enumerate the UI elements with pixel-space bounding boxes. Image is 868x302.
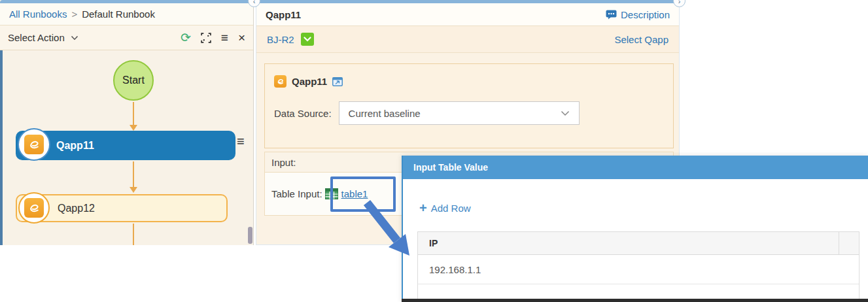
table-cell-ip[interactable]: 192.168.1.1 (429, 264, 481, 275)
annotation-arrow-icon (356, 196, 422, 265)
collapse-right-icon: › (678, 0, 681, 5)
flow-toolbar: Select Action ⟳ ≡ × (0, 25, 253, 50)
qapp12-node-badge (18, 192, 50, 224)
data-source-label: Data Source: (274, 108, 332, 119)
detail-panel-header: Qapp11 Description (256, 3, 679, 26)
chevron-down-icon (304, 37, 311, 42)
table-header-spacer (839, 232, 859, 254)
flow-connector (133, 161, 134, 188)
breadcrumb-current: Default Runbook (82, 8, 155, 20)
table-input-label: Table Input: (271, 188, 322, 199)
chevron-down-icon (71, 35, 78, 41)
close-icon[interactable]: × (238, 31, 245, 44)
qapp-icon (24, 198, 44, 218)
qapp-box-title: Qapp11 (292, 76, 327, 87)
chevron-down-icon (561, 110, 570, 116)
flow-arrowhead-icon (130, 125, 137, 131)
description-bubble-icon (606, 10, 617, 20)
device-status-dropdown[interactable] (301, 33, 314, 46)
refresh-icon[interactable]: ⟳ (181, 31, 191, 44)
description-link[interactable]: Description (606, 9, 670, 20)
runbook-flow-panel: All Runbooks > Default Runbook Select Ac… (0, 0, 254, 245)
flow-connector (133, 102, 134, 126)
dialog-bottom-bar (402, 299, 868, 302)
data-source-row: Data Source: Current baseline (274, 101, 664, 125)
data-source-select[interactable]: Current baseline (339, 101, 580, 125)
qapp-box-title-row: Qapp11 (274, 75, 664, 88)
detail-panel-title: Qapp11 (266, 9, 301, 20)
dialog-title: Input Table Value (413, 162, 488, 173)
flow-connector (133, 224, 134, 245)
open-window-icon[interactable] (332, 77, 343, 86)
device-row: BJ-R2 Select Qapp (256, 26, 679, 53)
node-menu-icon[interactable]: ≡ (237, 135, 245, 148)
canvas-scrollbar-thumb[interactable] (248, 227, 252, 244)
device-name-link[interactable]: BJ-R2 (267, 34, 294, 45)
flow-start-node[interactable]: Start (113, 60, 154, 101)
flow-arrowhead-icon (130, 187, 137, 193)
fit-view-icon[interactable] (201, 33, 211, 43)
table-header-row: IP (418, 232, 859, 255)
table-row[interactable]: 192.168.1.1 (418, 255, 859, 284)
qapp-settings-box: Qapp11 Data Source: Current baseline (264, 63, 674, 148)
flow-canvas: Start Qapp11 ≡ Qapp12 (0, 50, 253, 245)
collapse-left-icon: ‹ (253, 0, 256, 5)
add-row-button[interactable]: + Add Row (419, 201, 471, 214)
flow-toolbar-icons: ⟳ ≡ × (181, 31, 245, 44)
input-table-value-dialog: Input Table Value + Add Row IP 192.168.1… (402, 156, 868, 302)
dialog-header: Input Table Value (403, 156, 868, 179)
add-row-label: Add Row (431, 203, 471, 214)
qapp-icon (24, 135, 44, 154)
menu-icon[interactable]: ≡ (221, 31, 228, 44)
breadcrumb-separator: > (71, 8, 77, 20)
breadcrumb-all-runbooks-link[interactable]: All Runbooks (9, 8, 67, 20)
select-qapp-link[interactable]: Select Qapp (614, 34, 668, 45)
breadcrumb: All Runbooks > Default Runbook (0, 3, 253, 25)
input-table: IP 192.168.1.1 (417, 231, 859, 301)
runbook-screen: All Runbooks > Default Runbook Select Ac… (0, 0, 868, 302)
qapp11-node-badge (18, 128, 50, 161)
data-source-value: Current baseline (349, 108, 421, 119)
column-header-ip: IP (418, 232, 839, 254)
qapp-icon (274, 75, 286, 88)
select-action-label: Select Action (8, 32, 65, 43)
input-label: Input: (271, 157, 296, 168)
select-action-dropdown[interactable]: Select Action (8, 32, 78, 43)
description-label: Description (621, 9, 670, 20)
